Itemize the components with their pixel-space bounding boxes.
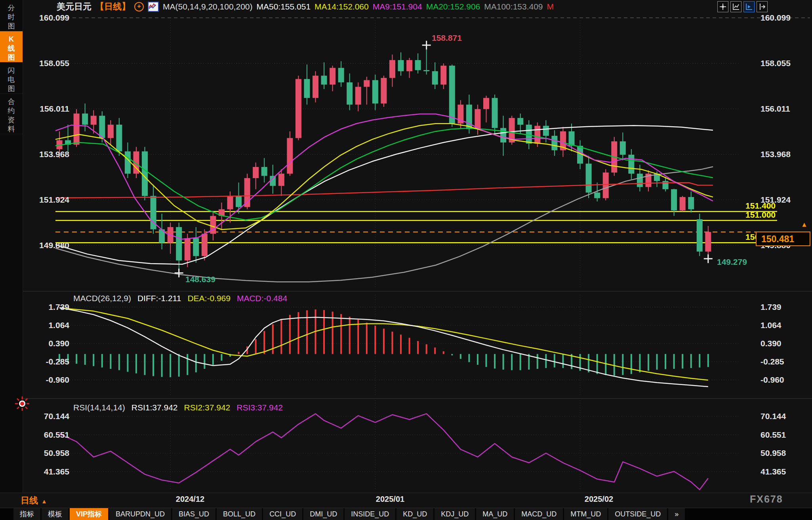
indicator-tab-13[interactable]: MTM_UD: [564, 508, 607, 520]
rsi-axis-label-right: 50.958: [761, 448, 786, 458]
axis-play-button[interactable]: [743, 1, 755, 12]
indicator-tab-1[interactable]: 模板: [42, 508, 69, 520]
candle-65: [611, 141, 617, 173]
candle-72: [671, 189, 677, 210]
candle-53: [509, 118, 515, 142]
ma14-value: MA14:152.060: [315, 2, 369, 11]
date-label: 2025/02: [585, 495, 613, 504]
period-selector[interactable]: 日线▲: [21, 495, 47, 507]
ma50-line: [55, 125, 713, 264]
candle-18: [210, 216, 216, 234]
macd-axis-label-left: 0.390: [23, 339, 69, 348]
indicator-tab-10[interactable]: KDJ_UD: [435, 508, 475, 520]
candle-2: [74, 114, 80, 145]
sidebar-tab-3[interactable]: 合约资料: [0, 94, 23, 134]
macd-axis-label-right: 1.064: [761, 321, 782, 330]
candle-63: [594, 193, 600, 198]
date-label: 2025/01: [376, 495, 404, 504]
sidebar-tab-1[interactable]: K线图: [0, 31, 23, 63]
candle-44: [432, 71, 438, 85]
indicator-tab-3[interactable]: BARUPDN_UD: [109, 508, 171, 520]
brand-watermark: FX678: [750, 493, 783, 505]
candle-40: [398, 60, 404, 71]
rsi-axis-label-right: 60.551: [761, 430, 786, 440]
indicator-tab-6[interactable]: CCI_UD: [263, 508, 302, 520]
move-crosshair-button[interactable]: [717, 1, 728, 12]
indicator-tab-2[interactable]: VIP指标: [70, 508, 108, 520]
candle-43: [423, 70, 429, 71]
price-axis-label-right: 153.968: [761, 150, 791, 159]
indicator-tab-8[interactable]: INSIDE_UD: [345, 508, 395, 520]
period-row: [0, 493, 812, 508]
candle-15: [185, 238, 191, 260]
price-axis-label-right: 160.099: [761, 13, 791, 23]
candle-49: [475, 109, 480, 129]
candle-4: [91, 116, 97, 125]
indicator-tab-9[interactable]: KD_UD: [396, 508, 433, 520]
ma20-line: [55, 128, 713, 220]
candle-42: [415, 60, 421, 70]
candle-31: [321, 76, 327, 85]
ma200-value-truncated: M: [547, 2, 554, 11]
macd-dea-value: DEA:-0.969: [187, 294, 231, 303]
indicator-tab-7[interactable]: DMI_UD: [303, 508, 343, 520]
price-axis-label-left: 160.099: [23, 13, 69, 23]
candle-8: [125, 152, 131, 174]
sidebar-tab-2[interactable]: 闪电图: [0, 63, 23, 94]
support-line-label-1: 151.000: [716, 210, 776, 220]
candle-62: [586, 163, 592, 192]
rsi-axis-label-left: 70.144: [23, 412, 69, 421]
candle-14: [176, 227, 182, 260]
candle-47: [457, 104, 463, 123]
candle-37: [372, 80, 378, 103]
ma-group-label: MA(50,14,9,20,100,200): [163, 2, 253, 11]
macd-diff-value: DIFF:-1.211: [137, 294, 181, 303]
period-badge: 【日线】: [95, 1, 130, 13]
macd-axis-label-right: -0.960: [761, 375, 784, 385]
indicator-tab-5[interactable]: BOLL_UD: [217, 508, 262, 520]
candle-41: [406, 60, 412, 71]
indicator-tab-11[interactable]: MA_UD: [476, 508, 514, 520]
candle-25: [270, 176, 276, 186]
crosshair-target-icon[interactable]: [14, 396, 30, 412]
indicator-tab-0[interactable]: 指标: [13, 508, 40, 520]
candle-73: [680, 197, 686, 211]
chart-canvas[interactable]: [0, 0, 812, 493]
candle-70: [654, 174, 660, 181]
candle-59: [560, 131, 566, 150]
candle-28: [295, 79, 301, 138]
ma14-line: [55, 123, 713, 230]
rsi-axis-label-left: 50.958: [23, 448, 69, 458]
high-price-annotation: 158.871: [432, 33, 462, 43]
candlestick-chart-icon[interactable]: [148, 2, 159, 12]
candle-60: [569, 131, 575, 146]
chart-type-sidebar: 分时图K线图闪电图合约资料: [0, 0, 23, 493]
candle-29: [304, 79, 310, 98]
candle-69: [645, 174, 651, 187]
rsi-axis-label-left: 60.551: [23, 430, 69, 440]
axis-shift-button[interactable]: [757, 1, 768, 12]
add-indicator-icon[interactable]: +: [134, 2, 144, 11]
candle-36: [364, 80, 370, 87]
candle-9: [133, 152, 139, 174]
rsi-axis-label-left: 41.365: [23, 467, 69, 476]
indicator-tab-4[interactable]: BIAS_UD: [172, 508, 215, 520]
price-axis-label-left: 149.880: [23, 241, 69, 250]
candle-56: [534, 126, 540, 144]
indicator-tab-14[interactable]: OUTSIDE_UD: [608, 508, 667, 520]
candle-67: [628, 155, 634, 174]
candle-21: [236, 196, 242, 207]
date-label: 2024/12: [176, 495, 204, 504]
sidebar-tab-0[interactable]: 分时图: [0, 0, 23, 31]
axis-fit-button[interactable]: [730, 1, 741, 12]
candle-52: [500, 128, 506, 142]
candle-5: [99, 116, 105, 138]
candle-6: [108, 125, 114, 138]
indicator-tab-15[interactable]: »: [668, 508, 685, 520]
indicator-tab-12[interactable]: MACD_UD: [515, 508, 563, 520]
candle-39: [389, 60, 395, 78]
rsi-axis-label-right: 70.144: [761, 412, 786, 421]
price-axis-label-left: 156.011: [23, 104, 69, 114]
candle-24: [261, 167, 267, 176]
candle-0: [57, 140, 63, 149]
